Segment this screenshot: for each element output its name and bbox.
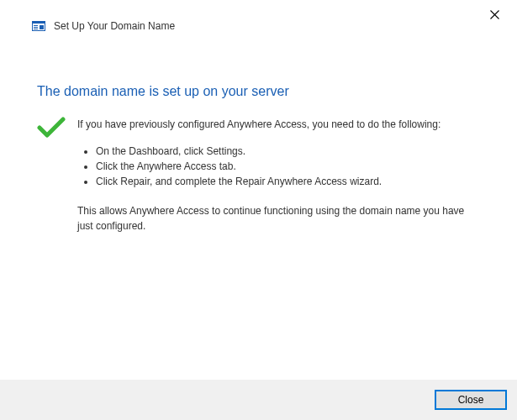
- outro-text: This allows Anywhere Access to continue …: [77, 204, 480, 234]
- success-checkmark-icon: [37, 116, 66, 139]
- svg-rect-6: [34, 29, 38, 29]
- wizard-title: Set Up Your Domain Name: [54, 20, 175, 32]
- body-text: If you have previously configured Anywhe…: [77, 118, 480, 234]
- svg-rect-5: [34, 27, 38, 28]
- list-item: Click Repair, and complete the Repair An…: [96, 174, 480, 189]
- window-close-button[interactable]: [482, 4, 507, 24]
- close-button-label: Close: [458, 394, 484, 406]
- svg-rect-3: [33, 22, 45, 24]
- intro-text: If you have previously configured Anywhe…: [77, 118, 480, 132]
- wizard-footer: Close: [0, 380, 517, 420]
- close-button[interactable]: Close: [435, 390, 507, 410]
- list-item: Click the Anywhere Access tab.: [96, 159, 480, 174]
- page-heading: The domain name is set up on your server: [37, 84, 480, 99]
- close-icon: [490, 10, 499, 19]
- list-item: On the Dashboard, click Settings.: [96, 144, 480, 159]
- svg-rect-4: [34, 25, 38, 26]
- wizard-content: The domain name is set up on your server…: [0, 40, 517, 234]
- svg-rect-7: [40, 25, 44, 29]
- steps-list: On the Dashboard, click Settings. Click …: [77, 144, 480, 189]
- wizard-icon: [32, 19, 45, 33]
- wizard-header: Set Up Your Domain Name: [0, 0, 517, 40]
